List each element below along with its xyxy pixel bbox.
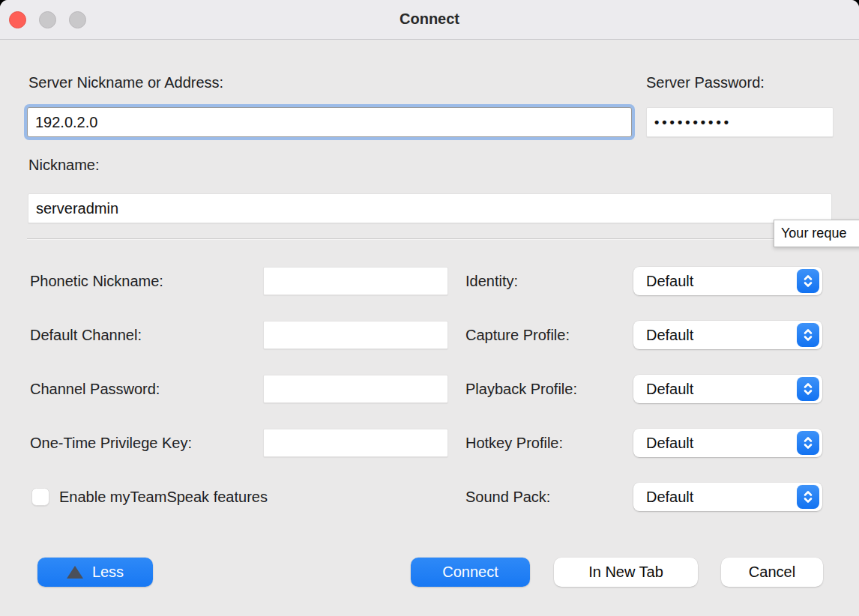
window-title: Connect bbox=[0, 0, 859, 40]
less-button[interactable]: Less bbox=[37, 558, 153, 587]
section-divider bbox=[27, 238, 832, 240]
myteamspeak-checkbox[interactable] bbox=[31, 488, 49, 506]
cancel-button-label: Cancel bbox=[749, 564, 795, 581]
zoom-window-icon bbox=[69, 11, 86, 28]
less-button-label: Less bbox=[92, 564, 124, 581]
playback-profile-label: Playback Profile: bbox=[465, 375, 577, 403]
connect-button-label: Connect bbox=[442, 564, 498, 581]
chevron-up-down-icon bbox=[797, 323, 819, 347]
server-password-label: Server Password: bbox=[646, 74, 765, 91]
minimize-window-icon bbox=[39, 11, 56, 28]
default-channel-label: Default Channel: bbox=[30, 321, 142, 349]
privilege-key-label: One-Time Privilege Key: bbox=[30, 429, 192, 457]
identity-label: Identity: bbox=[465, 267, 518, 295]
in-new-tab-button[interactable]: In New Tab bbox=[554, 558, 698, 587]
sound-pack-dropdown-value: Default bbox=[646, 483, 693, 511]
sound-pack-dropdown[interactable]: Default bbox=[633, 483, 822, 511]
chevron-up-down-icon bbox=[797, 485, 819, 509]
close-window-icon[interactable] bbox=[9, 11, 26, 28]
tooltip: Your reque bbox=[774, 220, 859, 247]
cancel-button[interactable]: Cancel bbox=[721, 558, 823, 587]
server-password-input[interactable] bbox=[646, 107, 834, 137]
chevron-up-down-icon bbox=[797, 377, 819, 401]
chevron-up-down-icon bbox=[797, 431, 819, 455]
capture-profile-label: Capture Profile: bbox=[465, 321, 570, 349]
connect-button[interactable]: Connect bbox=[411, 558, 530, 587]
myteamspeak-checkbox-label: Enable myTeamSpeak features bbox=[59, 483, 268, 511]
capture-profile-dropdown[interactable]: Default bbox=[633, 321, 822, 349]
identity-dropdown-value: Default bbox=[646, 267, 693, 295]
in-new-tab-button-label: In New Tab bbox=[588, 564, 663, 581]
phonetic-nickname-input[interactable] bbox=[263, 267, 448, 295]
nickname-label: Nickname: bbox=[28, 157, 99, 174]
privilege-key-input[interactable] bbox=[263, 429, 448, 457]
sound-pack-label: Sound Pack: bbox=[465, 483, 550, 511]
connect-dialog: Connect Server Nickname or Address: Serv… bbox=[0, 0, 859, 616]
chevron-up-down-icon bbox=[797, 269, 819, 293]
server-address-label: Server Nickname or Address: bbox=[28, 74, 223, 91]
default-channel-input[interactable] bbox=[263, 321, 448, 349]
capture-profile-dropdown-value: Default bbox=[646, 321, 693, 349]
nickname-input[interactable] bbox=[28, 193, 832, 223]
hotkey-profile-label: Hotkey Profile: bbox=[465, 429, 563, 457]
collapse-arrow-icon bbox=[67, 566, 83, 579]
titlebar: Connect bbox=[0, 0, 859, 40]
channel-password-label: Channel Password: bbox=[30, 375, 160, 403]
playback-profile-dropdown-value: Default bbox=[646, 375, 693, 403]
identity-dropdown[interactable]: Default bbox=[633, 267, 822, 295]
server-address-input[interactable] bbox=[27, 107, 632, 137]
phonetic-nickname-label: Phonetic Nickname: bbox=[30, 267, 163, 295]
hotkey-profile-dropdown-value: Default bbox=[646, 429, 693, 457]
channel-password-input[interactable] bbox=[263, 375, 448, 403]
playback-profile-dropdown[interactable]: Default bbox=[633, 375, 822, 403]
hotkey-profile-dropdown[interactable]: Default bbox=[633, 429, 822, 457]
